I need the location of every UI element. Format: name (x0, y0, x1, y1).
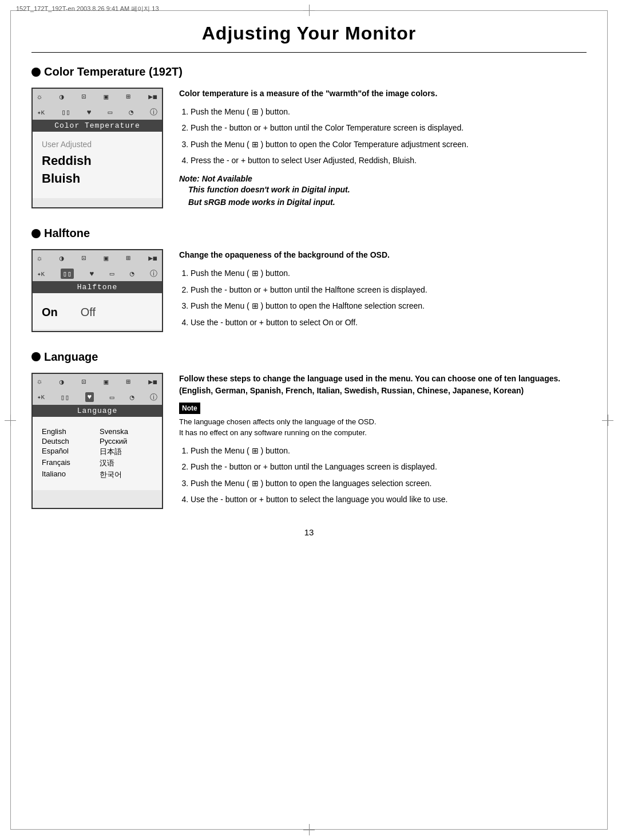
print-header: 152T_172T_192T-en 2003.8.26 9:41 AM 페이지 … (16, 5, 159, 13)
crosshair-right (602, 415, 613, 426)
crosshair-top (303, 5, 315, 16)
crosshair-left (5, 415, 16, 426)
page-border (10, 10, 608, 830)
crosshair-bottom (303, 824, 315, 835)
